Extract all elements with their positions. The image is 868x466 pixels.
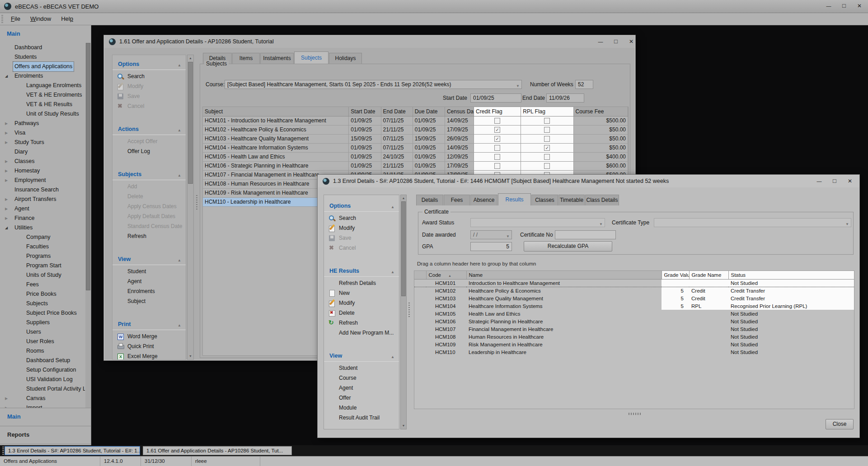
tab-details[interactable]: Details — [416, 195, 443, 205]
column-header-credit-flag[interactable]: Credit Flag — [474, 107, 521, 116]
panel-item-refresh[interactable]: Refresh — [113, 231, 186, 241]
checkbox-credit[interactable] — [494, 163, 500, 169]
sidebar-item-study-tours[interactable]: ▶Study Tours — [0, 138, 85, 147]
panel-item-cancel[interactable]: Cancel — [324, 243, 399, 253]
sidebar-item-users[interactable]: Users — [0, 327, 85, 337]
column-header-status[interactable]: Status — [728, 271, 854, 279]
panel-item-search[interactable]: Search — [113, 71, 186, 81]
panel-section-header-view[interactable]: View — [113, 254, 186, 265]
chevron-collapsed-icon[interactable]: ▶ — [5, 394, 10, 403]
sidebar-item-programs[interactable]: Programs — [0, 252, 85, 261]
sidebar-item-student-portal-activity-log[interactable]: Student Portal Activity Log — [0, 384, 85, 394]
sidebar-item-unit-of-study-results[interactable]: Unit of Study Results — [0, 109, 85, 119]
chevron-collapsed-icon[interactable]: ▶ — [5, 128, 10, 138]
chevron-collapsed-icon[interactable]: ▶ — [5, 403, 10, 408]
checkbox-credit[interactable] — [494, 118, 500, 124]
table-row[interactable]: HCM103 - Healthcare Quality Management15… — [203, 134, 628, 143]
tab-class-details[interactable]: Class Details — [585, 195, 619, 205]
panel-item-student[interactable]: Student — [113, 266, 186, 276]
sidebar-item-price-books[interactable]: Price Books — [0, 289, 85, 299]
panel-item-word-merge[interactable]: Word Merge — [113, 331, 186, 341]
panel-section-header-print[interactable]: Print — [113, 319, 186, 330]
sidebar-item-finance[interactable]: ▶Finance — [0, 214, 85, 223]
panel-section-header-options[interactable]: Options — [113, 59, 186, 70]
sidebar-item-program-start[interactable]: Program Start — [0, 261, 85, 270]
chevron-collapsed-icon[interactable]: ▶ — [5, 176, 10, 185]
checkbox-credit[interactable] — [494, 145, 500, 151]
checkbox-credit[interactable] — [494, 154, 500, 160]
sidebar-item-offers-and-applications[interactable]: Offers and Applications — [0, 62, 85, 71]
window2-panel-splitter[interactable] — [408, 195, 410, 429]
start-date-field[interactable]: 01/09/25 — [470, 93, 521, 103]
sidebar-item-employment[interactable]: ▶Employment — [0, 176, 85, 185]
panel-item-enrolments[interactable]: Enrolments — [113, 286, 186, 296]
panel-item-agent[interactable]: Agent — [113, 276, 186, 286]
grid-row[interactable]: HCM105Health Law and EthicsNot Studied — [414, 310, 854, 317]
sidebar-item-import[interactable]: ▶Import — [0, 403, 85, 408]
column-header-grade-value[interactable]: Grade Value — [662, 271, 689, 279]
tab-holidays[interactable]: Holidays — [329, 53, 362, 64]
collapse-icon[interactable] — [178, 320, 181, 328]
chevron-collapsed-icon[interactable]: ▶ — [5, 119, 10, 128]
window1-titlebar[interactable]: 1.61 Offer and Application Details - AP1… — [104, 36, 635, 48]
scrollbar-thumb[interactable] — [188, 62, 193, 184]
sidebar-item-students[interactable]: Students — [0, 52, 85, 62]
column-header-due-date[interactable]: Due Date — [413, 107, 445, 116]
window2-close-button[interactable] — [843, 177, 857, 186]
panel-item-delete[interactable]: Delete — [113, 191, 186, 201]
scrollbar-thumb[interactable] — [401, 201, 406, 296]
panel-item-offer-log[interactable]: Offer Log — [113, 146, 186, 156]
panel-section-header-he-results[interactable]: HE Results — [324, 266, 399, 277]
app-close-button[interactable] — [852, 0, 867, 12]
panel-item-modify[interactable]: Modify — [324, 223, 399, 233]
window1-maximize-button[interactable] — [609, 37, 623, 47]
scroll-up-icon[interactable]: ▲ — [401, 195, 406, 201]
panel-item-accept-offer[interactable]: Accept Offer — [113, 136, 186, 146]
date-awarded-select[interactable]: / / — [470, 230, 512, 239]
checkbox-rpl[interactable] — [544, 136, 550, 142]
grid-row[interactable]: HCM107Financial Management in Healthcare… — [414, 325, 854, 333]
table-row[interactable]: HCM105 - Health Law and Ethics01/09/2524… — [203, 152, 628, 161]
sidebar-item-user-roles[interactable]: User Roles — [0, 337, 85, 346]
panel-item-course[interactable]: Course — [324, 373, 399, 383]
sidebar-item-utilities[interactable]: ◢Utilities — [0, 223, 85, 233]
collapse-icon[interactable] — [178, 60, 181, 68]
chevron-collapsed-icon[interactable]: ▶ — [5, 204, 10, 214]
panel-item-cancel[interactable]: Cancel — [113, 101, 186, 111]
collapse-icon[interactable] — [178, 170, 181, 178]
panel-item-delete[interactable]: Delete — [324, 308, 399, 318]
collapse-icon[interactable] — [178, 125, 181, 133]
grid-row[interactable]: HCM104Healthcare Information Systems5RPL… — [414, 302, 854, 310]
sidebar-item-language-enrolments[interactable]: Language Enrolments — [0, 81, 85, 90]
collapse-icon[interactable] — [178, 255, 181, 263]
panel-item-offer[interactable]: Offer — [324, 393, 399, 403]
column-header-course-fee[interactable]: Course Fee — [573, 107, 628, 116]
panel-item-add[interactable]: Add — [113, 182, 186, 191]
sidebar-item-setup-configuration[interactable]: Setup Configuration — [0, 365, 85, 375]
panel-item-agent[interactable]: Agent — [324, 383, 399, 393]
sidebar-item-diary[interactable]: Diary — [0, 147, 85, 157]
sidebar-item-enrolments[interactable]: ◢Enrolments — [0, 71, 85, 81]
sidebar-section-main[interactable]: Main — [7, 413, 21, 420]
taskbar-button-1[interactable]: 1.3 Enrol Details - S#: AP10286 Student,… — [5, 446, 140, 455]
sidebar-scrollbar-thumb[interactable] — [86, 43, 90, 290]
grid-row[interactable]: HCM102Healthcare Policy & Economics5Cred… — [414, 287, 854, 294]
checkbox-rpl[interactable] — [544, 127, 550, 133]
grid-row[interactable]: HCM106Strategic Planning in HealthcareNo… — [414, 317, 854, 325]
sidebar-item-homestay[interactable]: ▶Homestay — [0, 166, 85, 176]
sidebar-section-reports[interactable]: Reports — [7, 431, 29, 438]
checkbox-rpl-checked[interactable]: ✓ — [544, 145, 550, 151]
collapse-icon[interactable] — [391, 267, 394, 275]
sidebar-item-suppliers[interactable]: Suppliers — [0, 318, 85, 327]
chevron-collapsed-icon[interactable]: ▶ — [5, 166, 10, 176]
weeks-field[interactable]: 52 — [575, 80, 593, 89]
window1-close-button[interactable] — [624, 37, 638, 47]
tab-items[interactable]: Items — [232, 53, 260, 64]
scroll-up-icon[interactable]: ▲ — [188, 55, 193, 61]
column-header-census-date[interactable]: Census Date — [445, 107, 474, 116]
sidebar-item-subject-price-books[interactable]: Subject Price Books — [0, 308, 85, 318]
sidebar-item-dashboard-setup[interactable]: Dashboard Setup — [0, 356, 85, 365]
app-minimize-button[interactable] — [821, 0, 836, 12]
grid-row[interactable]: HCM103Healthcare Quality Management5Cred… — [414, 294, 854, 302]
chevron-collapsed-icon[interactable]: ▶ — [5, 214, 10, 223]
